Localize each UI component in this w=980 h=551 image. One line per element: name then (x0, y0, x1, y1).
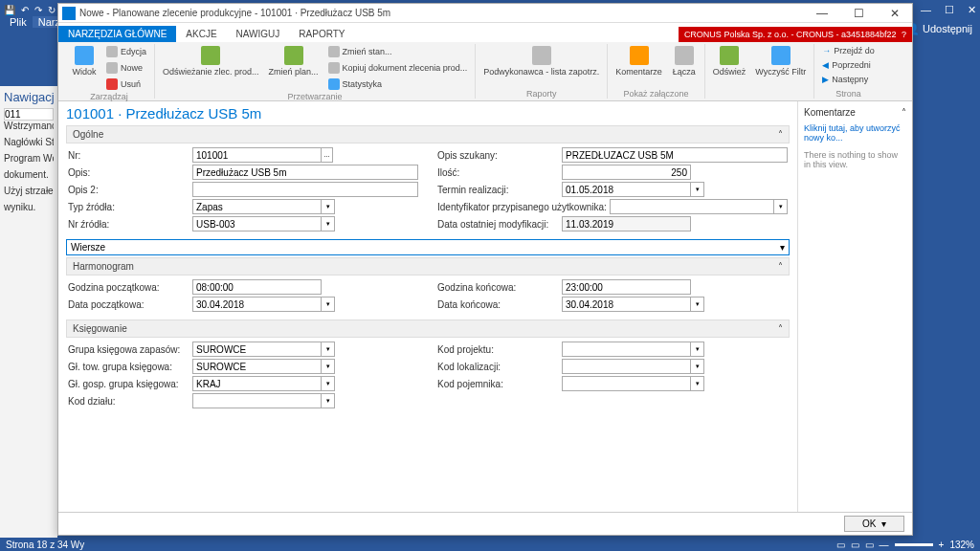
app-icon (62, 7, 76, 20)
new-comment-link[interactable]: Kliknij tutaj, aby utworzyć nowy ko... (804, 123, 906, 143)
chevron-down-icon: ▾ (780, 242, 785, 253)
termin-field[interactable] (562, 182, 691, 197)
help-icon[interactable]: ? (899, 30, 906, 39)
chevron-down-icon[interactable]: ▾ (691, 359, 704, 374)
company-badge: CRONUS Polska Sp. z o.o. - CRONUS - a345… (679, 27, 912, 42)
save-icon[interactable]: 💾 (4, 5, 15, 15)
section-ksieg: Księgowanie˄ Grupa księgowa zapasów:▾ Gł… (66, 320, 790, 414)
gkz-field[interactable] (192, 342, 322, 357)
nav-titlebar: Nowe - Planowane zlecenie produkcyjne - … (58, 4, 912, 23)
opissz-field[interactable] (562, 147, 788, 163)
opis-field[interactable] (192, 165, 418, 180)
chevron-down-icon[interactable]: ▾ (322, 359, 335, 374)
gtgk-field[interactable] (192, 359, 322, 374)
ggsk-field[interactable] (192, 376, 322, 391)
ribbon: Widok Edycja Nowe Usuń Zarządzaj Odśwież… (58, 42, 912, 101)
section-header-ksieg[interactable]: Księgowanie˄ (66, 320, 790, 338)
section-ogolne: Ogólne˄ Nr:... Opis: Opis 2: Typ źródła:… (66, 125, 790, 237)
tab-home[interactable]: NARZĘDZIA GŁÓWNE (58, 26, 176, 42)
close-icon[interactable]: ✕ (881, 7, 908, 20)
gp-field[interactable] (192, 279, 322, 295)
lookup-button[interactable]: ... (322, 147, 333, 163)
kl-field[interactable] (562, 359, 691, 374)
clear-filter-button[interactable]: Wyczyść Filtr (751, 44, 810, 78)
redo-icon[interactable]: ↷ (34, 5, 42, 15)
chevron-down-icon[interactable]: ▾ (691, 297, 704, 312)
view-button[interactable]: Widok (68, 44, 100, 78)
kpoj-field[interactable] (562, 376, 691, 391)
chevron-up-icon: ˄ (778, 261, 783, 272)
subcontract-button[interactable]: Podwykonawca - lista zapotrz. (479, 44, 603, 78)
comments-header[interactable]: Komentarze˄ (804, 107, 906, 118)
nav-panel-search[interactable] (4, 108, 54, 121)
close-icon[interactable]: ✕ (968, 4, 976, 16)
comments-empty: There is nothing to show in this view. (804, 150, 906, 169)
copy-doc-button[interactable]: Kopiuj dokument zlecenia prod... (324, 60, 472, 76)
min-icon[interactable]: — (809, 7, 835, 20)
page-title: 101001 · Przedłużacz USB 5m (66, 105, 790, 121)
goto-button[interactable]: →Przejdź do (818, 44, 879, 57)
section-harmon: Harmonogram˄ Godzina początkowa: Data po… (66, 257, 790, 318)
comments-button[interactable]: Komentarze (612, 44, 666, 78)
chevron-up-icon: ˄ (778, 323, 783, 334)
tab-actions[interactable]: AKCJE (176, 26, 226, 42)
chevron-up-icon: ˄ (902, 107, 906, 118)
change-plan-button[interactable]: Zmień plan... (265, 44, 323, 78)
min-icon[interactable]: — (921, 4, 931, 16)
section-header-harmon[interactable]: Harmonogram˄ (66, 257, 790, 276)
nav-panel-header: Nawigacja (4, 90, 54, 104)
gk-field[interactable] (562, 279, 691, 295)
undo-icon[interactable]: ↶ (21, 5, 29, 15)
nav-tabs: NARZĘDZIA GŁÓWNE AKCJE NAWIGUJ RAPORTY C… (58, 23, 912, 42)
dp-field[interactable] (192, 297, 322, 312)
opis2-field[interactable] (192, 182, 418, 197)
chevron-up-icon: ˄ (778, 129, 783, 140)
chevron-down-icon[interactable]: ▾ (322, 297, 335, 312)
new-button[interactable]: Nowe (102, 60, 150, 76)
change-state-button[interactable]: Zmień stan... (324, 44, 472, 59)
chevron-down-icon[interactable]: ▾ (322, 199, 335, 214)
delete-button[interactable]: Usuń (102, 77, 150, 92)
word-nav-panel: Nawigacja Wstrzymano wyszu Nagłówki Str … (0, 86, 57, 538)
word-share[interactable]: 👤 Udostępnij (906, 23, 972, 35)
max-icon[interactable]: ☐ (845, 7, 872, 20)
refresh-order-button[interactable]: Odświeżanie zlec. prod... (159, 44, 263, 78)
chevron-down-icon[interactable]: ▾ (322, 376, 335, 391)
edit-button[interactable]: Edycja (102, 44, 150, 59)
links-button[interactable]: Łącza (668, 44, 701, 78)
prev-button[interactable]: ◀Poprzedni (818, 58, 879, 72)
window-title: Nowe - Planowane zlecenie produkcyjne - … (79, 8, 390, 18)
section-header-wiersze[interactable]: Wiersze▾ (66, 239, 790, 255)
section-header-ogolne[interactable]: Ogólne˄ (66, 125, 790, 143)
tab-navigate[interactable]: NAWIGUJ (227, 26, 290, 42)
nrzr-field[interactable] (192, 216, 322, 231)
stats-button[interactable]: Statystyka (324, 77, 472, 92)
chevron-down-icon[interactable]: ▾ (322, 342, 335, 357)
ok-button[interactable]: OK ▾ (844, 516, 904, 532)
tab-reports[interactable]: RAPORTY (289, 26, 354, 42)
footer: OK ▾ (58, 512, 912, 535)
section-wiersze: Wiersze▾ (66, 239, 790, 255)
dk-field[interactable] (562, 297, 691, 312)
word-statusbar: Strona 18 z 34 Wy ▭▭▭ —+ 132% (0, 538, 980, 551)
comments-sidebar: Komentarze˄ Kliknij tutaj, aby utworzyć … (797, 101, 912, 512)
kp-field[interactable] (562, 342, 691, 357)
chevron-down-icon[interactable]: ▾ (691, 342, 704, 357)
ilosc-field[interactable] (562, 165, 691, 180)
chevron-down-icon[interactable]: ▾ (774, 199, 788, 214)
kd-field[interactable] (192, 393, 322, 408)
chevron-down-icon[interactable]: ▾ (322, 393, 335, 408)
next-button[interactable]: ▶Następny (818, 73, 879, 86)
refresh-icon[interactable]: ↻ (48, 5, 56, 15)
refresh-button[interactable]: Odśwież (709, 44, 750, 78)
nr-field[interactable] (192, 147, 322, 163)
ident-field[interactable] (610, 199, 774, 214)
chevron-down-icon[interactable]: ▾ (691, 182, 704, 197)
nav-window: Nowe - Planowane zlecenie produkcyjne - … (57, 3, 913, 536)
datamod-field (562, 216, 691, 231)
typ-field[interactable] (192, 199, 322, 214)
chevron-down-icon[interactable]: ▾ (691, 376, 704, 391)
max-icon[interactable]: ☐ (945, 4, 954, 16)
chevron-down-icon[interactable]: ▾ (322, 216, 335, 231)
